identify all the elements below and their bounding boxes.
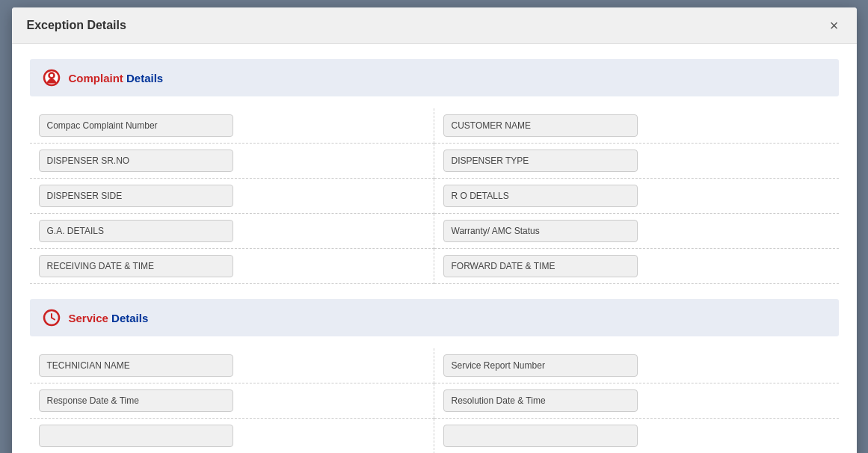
complaint-section-title: Complaint Details (69, 72, 164, 84)
modal-title: Exception Details (27, 19, 126, 32)
forward-date-time-field[interactable]: FORWARD DATE & TIME (443, 255, 638, 277)
field-cell: G.A. DETAILS (30, 214, 434, 249)
field-cell: Resolution Date & Time (434, 383, 839, 419)
field-cell: DISPENSER SR.NO (30, 144, 434, 179)
field-cell (434, 419, 839, 453)
clock-icon (43, 309, 61, 327)
field-cell: DISPENSER TYPE (434, 144, 839, 179)
service-section: Service Details TECHNICIAN NAME Service … (30, 299, 839, 453)
field-cell: Service Report Number (434, 348, 839, 383)
service-section-header: Service Details (30, 299, 839, 336)
field-cell: Compac Complaint Number (30, 108, 434, 144)
ga-details-field[interactable]: G.A. DETAILS (39, 220, 233, 242)
complaint-icon (42, 68, 61, 87)
complaint-section: Complaint Details Compac Complaint Numbe… (30, 59, 839, 284)
modal-overlay: Exception Details × Complaint Details (0, 0, 868, 453)
warranty-amc-status-field[interactable]: Warranty/ AMC Status (443, 220, 638, 242)
technician-name-field[interactable]: TECHNICIAN NAME (39, 354, 233, 377)
service-fields-grid: TECHNICIAN NAME Service Report Number Re… (30, 348, 839, 453)
field-cell: FORWARD DATE & TIME (434, 249, 839, 284)
service-report-number-field[interactable]: Service Report Number (443, 354, 638, 377)
field-cell: DISPENSER SIDE (30, 179, 434, 214)
svg-point-1 (49, 73, 54, 78)
ro-details-field[interactable]: R O DETALLS (443, 185, 638, 207)
dispenser-type-field[interactable]: DISPENSER TYPE (443, 150, 638, 172)
dispenser-side-field[interactable]: DISPENSER SIDE (39, 185, 233, 207)
field-cell: Response Date & Time (30, 383, 434, 419)
person-icon (43, 69, 61, 87)
svg-line-4 (52, 318, 55, 320)
extra-right-field[interactable] (443, 425, 638, 447)
modal-body: Complaint Details Compac Complaint Numbe… (12, 44, 857, 453)
close-button[interactable]: × (827, 18, 842, 33)
exception-details-modal: Exception Details × Complaint Details (12, 7, 857, 453)
field-cell: R O DETALLS (434, 179, 839, 214)
complaint-fields-grid: Compac Complaint Number CUSTOMER NAME DI… (30, 108, 839, 284)
field-cell: RECEIVING DATE & TIME (30, 249, 434, 284)
field-cell (30, 419, 434, 453)
receiving-date-time-field[interactable]: RECEIVING DATE & TIME (39, 255, 233, 277)
extra-left-field[interactable] (39, 425, 233, 447)
complaint-section-header: Complaint Details (30, 59, 839, 96)
field-cell: Warranty/ AMC Status (434, 214, 839, 249)
field-cell: CUSTOMER NAME (434, 108, 839, 144)
resolution-date-time-field[interactable]: Resolution Date & Time (443, 389, 638, 412)
service-icon (42, 308, 61, 327)
compac-complaint-number-field[interactable]: Compac Complaint Number (39, 114, 233, 137)
modal-header: Exception Details × (12, 7, 857, 44)
field-cell: TECHNICIAN NAME (30, 348, 434, 383)
customer-name-field[interactable]: CUSTOMER NAME (443, 114, 638, 137)
dispenser-srno-field[interactable]: DISPENSER SR.NO (39, 150, 233, 172)
response-date-time-field[interactable]: Response Date & Time (39, 389, 233, 412)
service-section-title: Service Details (69, 312, 149, 324)
